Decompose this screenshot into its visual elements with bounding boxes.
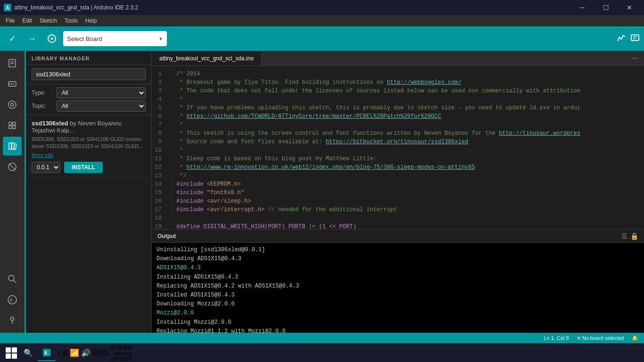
code-editor[interactable]: 1234567891011121314151617181920 /* 2014 … — [152, 66, 644, 229]
menu-edit[interactable]: Edit — [18, 16, 36, 25]
line-number: 18 — [152, 214, 165, 222]
svg-text:A: A — [44, 350, 47, 355]
sidebar-icon-arduino[interactable]: A — [3, 290, 22, 309]
board-select-arrow: ▼ — [158, 36, 163, 41]
windows-icon — [6, 347, 17, 359]
sidebar-icon-boards[interactable] — [3, 74, 22, 93]
menu-bar: File Edit Sketch Tools Help — [0, 15, 644, 26]
line-number: 10 — [152, 146, 165, 155]
tab-more-button[interactable]: ⋯ — [625, 51, 644, 66]
library-item-more-link[interactable]: More info — [32, 152, 146, 158]
line-number: 1 — [152, 70, 165, 78]
upload-button[interactable]: → — [24, 30, 41, 47]
svg-point-13 — [11, 103, 14, 106]
sidebar-icon-chrome[interactable] — [3, 95, 22, 114]
tab-label: attiny_breakout_vcc_gnd_scl_sda.ino — [159, 55, 254, 62]
status-bar: Ln 1, Col 8 ✕ No board selected 🔔 — [0, 333, 644, 343]
library-search — [26, 65, 151, 84]
sidebar-icon-library[interactable] — [3, 137, 22, 156]
taskbar-tray: › ⊞ 📶 🔊 ENG 8:39 PM Monday 1/07/2024 — [58, 345, 132, 362]
svg-rect-15 — [13, 122, 16, 125]
tab-bar: attiny_breakout_vcc_gnd_scl_sda.ino ⋯ — [152, 51, 644, 66]
main-content: A LIBRARY MANAGER Type: All — [0, 51, 644, 333]
sidebar-icon-debug[interactable] — [3, 311, 22, 330]
taskbar-clock[interactable]: 8:39 PM Monday 1/07/2024 — [111, 345, 132, 362]
code-line — [176, 214, 638, 222]
status-no-board: ✕ No board selected — [577, 335, 624, 341]
taskbar-start-button[interactable] — [4, 346, 19, 361]
version-select[interactable]: 0.0.1 — [32, 162, 60, 173]
line-numbers: 1234567891011121314151617181920 — [152, 66, 171, 229]
output-line: ADS1X15@0.4.3 — [157, 263, 639, 272]
library-list: ssd1306xled by Neven Boyanov, Tejashwi K… — [26, 115, 151, 333]
sidebar-icon-search[interactable] — [3, 270, 22, 288]
code-line: * Source code and font files available a… — [176, 138, 638, 146]
install-button[interactable]: INSTALL — [64, 162, 103, 173]
verify-button[interactable]: ✓ — [4, 30, 21, 47]
clock-time: 8:39 PM — [111, 345, 132, 351]
list-item[interactable]: ssd1306xled by Neven Boyanov, Tejashwi K… — [26, 115, 151, 178]
code-line: #define DIGITAL_WRITE_HIGH(PORT) PORTB |… — [176, 222, 638, 229]
type-filter-label: Type: — [32, 90, 53, 96]
menu-file[interactable]: File — [2, 16, 18, 25]
sidebar-icon-sketchbook[interactable] — [3, 54, 22, 73]
output-line: Downloading ADS1X15@0.4.3 — [157, 255, 639, 263]
svg-rect-2 — [631, 35, 639, 41]
library-item-desc: SSD1306, SSD1315 or SSH1106 OLED screen … — [32, 136, 146, 150]
line-number: 2 — [152, 78, 165, 87]
svg-rect-14 — [9, 122, 12, 125]
line-number: 16 — [152, 197, 165, 206]
menu-tools[interactable]: Tools — [61, 16, 82, 25]
line-number: 13 — [152, 172, 165, 180]
output-panel: Output ☰ 🔒 Uninstalling [ssd1306xled@0.0… — [152, 229, 644, 333]
clock-date2: 1/07/2024 — [111, 356, 132, 362]
app-icon: A — [4, 4, 11, 11]
taskbar-search[interactable]: 🔍 — [21, 346, 36, 361]
svg-point-12 — [8, 101, 16, 108]
tray-expand[interactable]: › — [58, 349, 60, 357]
menu-sketch[interactable]: Sketch — [36, 16, 61, 25]
output-title: Output — [157, 233, 176, 239]
maximize-button[interactable]: ☐ — [595, 0, 617, 15]
tray-desktop[interactable]: ⊞ — [62, 348, 68, 357]
code-line: * Sleep code is based on this blog post … — [176, 155, 638, 163]
output-lock-button[interactable]: 🔒 — [630, 232, 638, 240]
output-list-button[interactable]: ☰ — [621, 232, 627, 240]
line-number: 12 — [152, 163, 165, 172]
output-line: Replacing Mozzi@1.1.2 with Mozzi@2.0.0 — [157, 327, 639, 333]
serial-plotter-button[interactable] — [617, 33, 627, 45]
line-number: 5 — [152, 104, 165, 112]
line-number: 6 — [152, 112, 165, 121]
output-line: Installing ADS1X15@0.4.3 — [157, 273, 639, 282]
library-item-title: ssd1306xled by Neven Boyanov, Tejashwi K… — [32, 120, 146, 134]
debugger-button[interactable] — [43, 30, 60, 47]
topic-filter-label: Topic: — [32, 103, 53, 109]
serial-monitor-button[interactable] — [630, 33, 640, 45]
clock-date: Monday — [111, 351, 132, 356]
minimize-button[interactable]: ─ — [571, 0, 593, 15]
board-select-wrapper[interactable]: Select Board ▼ — [63, 31, 167, 46]
title-bar-controls: ─ ☐ ✕ — [571, 0, 640, 15]
line-number: 7 — [152, 121, 165, 129]
tray-wifi: 📶 — [70, 348, 79, 357]
library-search-input[interactable] — [32, 68, 146, 80]
type-filter-select[interactable]: All — [57, 87, 146, 99]
editor-area: attiny_breakout_vcc_gnd_scl_sda.ino ⋯ 12… — [152, 51, 644, 333]
taskbar: 🔍 A › ⊞ 📶 🔊 ENG 8:39 PM Monday 1/07/2024 — [0, 343, 644, 362]
code-line: /* 2014 — [176, 70, 638, 78]
close-button[interactable]: ✕ — [619, 0, 640, 15]
sidebar-icon-block[interactable] — [3, 157, 22, 176]
tray-lang: ENG — [92, 349, 109, 357]
title-bar-left: A attiny_breakout_vcc_gnd_sda | Arduino … — [4, 4, 138, 11]
output-line: Installed ADS1X15@0.4.3 — [157, 291, 639, 300]
menu-help[interactable]: Help — [82, 16, 101, 25]
line-number: 11 — [152, 155, 165, 163]
sidebar-icon-puzzle[interactable] — [3, 116, 22, 135]
code-line: * If you have problems uploading this sk… — [176, 104, 638, 112]
line-number: 8 — [152, 129, 165, 138]
topic-filter-select[interactable]: All — [57, 100, 146, 112]
tab-active[interactable]: attiny_breakout_vcc_gnd_scl_sda.ino — [152, 51, 262, 66]
code-line: #include <avr/interrupt.h> // needed for… — [176, 206, 638, 214]
taskbar-app-arduino[interactable]: A — [38, 345, 56, 361]
code-content: /* 2014 * Breakout game by Ilya Titov. F… — [171, 66, 644, 229]
